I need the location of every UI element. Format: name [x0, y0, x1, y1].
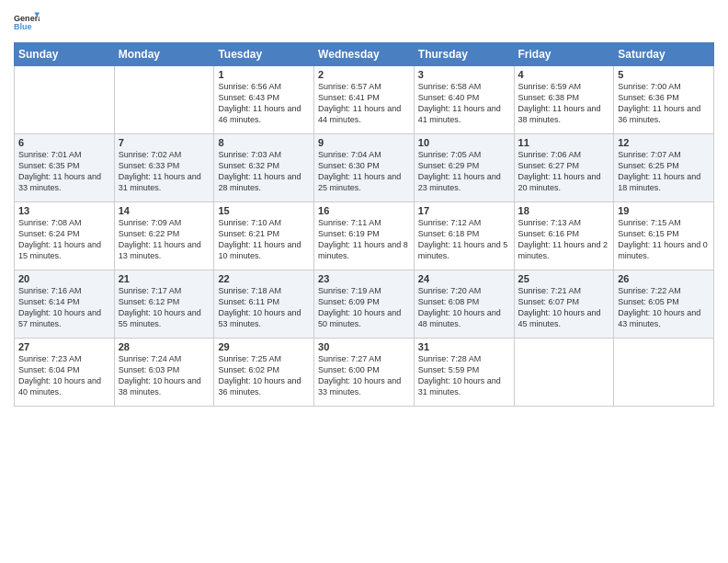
- day-number: 21: [119, 273, 210, 284]
- day-number: 31: [418, 341, 510, 352]
- day-number: 22: [218, 273, 310, 284]
- calendar-cell: 8Sunrise: 7:03 AM Sunset: 6:32 PM Daylig…: [214, 134, 314, 202]
- day-info: Sunrise: 7:19 AM Sunset: 6:09 PM Dayligh…: [318, 285, 410, 330]
- day-info: Sunrise: 7:12 AM Sunset: 6:18 PM Dayligh…: [418, 217, 510, 262]
- day-of-week-header: Sunday: [15, 43, 115, 66]
- calendar-cell: 21Sunrise: 7:17 AM Sunset: 6:12 PM Dayli…: [114, 270, 214, 339]
- calendar-cell: 11Sunrise: 7:06 AM Sunset: 6:27 PM Dayli…: [514, 134, 614, 202]
- day-info: Sunrise: 7:08 AM Sunset: 6:24 PM Dayligh…: [18, 217, 110, 262]
- calendar-cell: 26Sunrise: 7:22 AM Sunset: 6:05 PM Dayli…: [614, 270, 714, 339]
- day-of-week-header: Saturday: [614, 43, 714, 66]
- day-info: Sunrise: 7:23 AM Sunset: 6:04 PM Dayligh…: [18, 353, 110, 398]
- calendar-week-row: 20Sunrise: 7:16 AM Sunset: 6:14 PM Dayli…: [15, 270, 714, 339]
- day-number: 7: [119, 137, 210, 148]
- calendar-cell: 30Sunrise: 7:27 AM Sunset: 6:00 PM Dayli…: [314, 339, 415, 407]
- day-info: Sunrise: 7:09 AM Sunset: 6:22 PM Dayligh…: [119, 217, 210, 262]
- day-info: Sunrise: 7:20 AM Sunset: 6:08 PM Dayligh…: [418, 285, 510, 330]
- calendar-cell: 28Sunrise: 7:24 AM Sunset: 6:03 PM Dayli…: [114, 339, 214, 407]
- day-info: Sunrise: 7:05 AM Sunset: 6:29 PM Dayligh…: [418, 149, 510, 194]
- calendar-cell: [514, 339, 614, 407]
- calendar-cell: 14Sunrise: 7:09 AM Sunset: 6:22 PM Dayli…: [114, 202, 214, 270]
- day-info: Sunrise: 7:04 AM Sunset: 6:30 PM Dayligh…: [318, 149, 410, 194]
- day-info: Sunrise: 6:56 AM Sunset: 6:43 PM Dayligh…: [218, 81, 310, 126]
- day-info: Sunrise: 7:13 AM Sunset: 6:16 PM Dayligh…: [518, 217, 610, 262]
- day-number: 13: [18, 205, 110, 216]
- day-number: 15: [218, 205, 310, 216]
- day-of-week-header: Tuesday: [214, 43, 314, 66]
- day-info: Sunrise: 7:01 AM Sunset: 6:35 PM Dayligh…: [18, 149, 110, 194]
- calendar-cell: 2Sunrise: 6:57 AM Sunset: 6:41 PM Daylig…: [314, 66, 415, 134]
- day-of-week-header: Wednesday: [314, 43, 415, 66]
- logo-icon: General Blue: [14, 9, 40, 35]
- calendar-cell: 1Sunrise: 6:56 AM Sunset: 6:43 PM Daylig…: [214, 66, 314, 134]
- calendar-cell: 18Sunrise: 7:13 AM Sunset: 6:16 PM Dayli…: [514, 202, 614, 270]
- day-info: Sunrise: 7:06 AM Sunset: 6:27 PM Dayligh…: [518, 149, 610, 194]
- day-number: 8: [218, 137, 310, 148]
- day-info: Sunrise: 7:25 AM Sunset: 6:02 PM Dayligh…: [218, 353, 310, 398]
- day-number: 16: [318, 205, 410, 216]
- calendar-cell: 27Sunrise: 7:23 AM Sunset: 6:04 PM Dayli…: [15, 339, 115, 407]
- day-info: Sunrise: 7:16 AM Sunset: 6:14 PM Dayligh…: [18, 285, 110, 330]
- calendar-cell: 6Sunrise: 7:01 AM Sunset: 6:35 PM Daylig…: [15, 134, 115, 202]
- calendar-cell: 20Sunrise: 7:16 AM Sunset: 6:14 PM Dayli…: [15, 270, 115, 339]
- calendar-cell: 15Sunrise: 7:10 AM Sunset: 6:21 PM Dayli…: [214, 202, 314, 270]
- calendar-week-row: 6Sunrise: 7:01 AM Sunset: 6:35 PM Daylig…: [15, 134, 714, 202]
- day-info: Sunrise: 7:28 AM Sunset: 5:59 PM Dayligh…: [418, 353, 510, 398]
- day-number: 28: [119, 341, 210, 352]
- calendar-cell: 22Sunrise: 7:18 AM Sunset: 6:11 PM Dayli…: [214, 270, 314, 339]
- day-of-week-header: Monday: [114, 43, 214, 66]
- day-info: Sunrise: 7:11 AM Sunset: 6:19 PM Dayligh…: [318, 217, 410, 262]
- day-number: 5: [618, 69, 710, 80]
- calendar-header-row: SundayMondayTuesdayWednesdayThursdayFrid…: [15, 43, 714, 66]
- day-info: Sunrise: 7:17 AM Sunset: 6:12 PM Dayligh…: [119, 285, 210, 330]
- page: General Blue SundayMondayTuesdayWednesda…: [0, 0, 728, 563]
- day-number: 6: [18, 137, 110, 148]
- day-number: 9: [318, 137, 410, 148]
- day-number: 1: [218, 69, 310, 80]
- logo: General Blue: [14, 9, 40, 35]
- day-number: 26: [618, 273, 710, 284]
- calendar-cell: 5Sunrise: 7:00 AM Sunset: 6:36 PM Daylig…: [614, 66, 714, 134]
- day-of-week-header: Friday: [514, 43, 614, 66]
- day-info: Sunrise: 7:00 AM Sunset: 6:36 PM Dayligh…: [618, 81, 710, 126]
- calendar-cell: 4Sunrise: 6:59 AM Sunset: 6:38 PM Daylig…: [514, 66, 614, 134]
- calendar-cell: [114, 66, 214, 134]
- calendar-cell: 3Sunrise: 6:58 AM Sunset: 6:40 PM Daylig…: [414, 66, 514, 134]
- svg-text:Blue: Blue: [14, 22, 32, 31]
- day-number: 29: [218, 341, 310, 352]
- day-info: Sunrise: 7:10 AM Sunset: 6:21 PM Dayligh…: [218, 217, 310, 262]
- day-info: Sunrise: 7:18 AM Sunset: 6:11 PM Dayligh…: [218, 285, 310, 330]
- calendar-cell: 9Sunrise: 7:04 AM Sunset: 6:30 PM Daylig…: [314, 134, 415, 202]
- day-info: Sunrise: 7:27 AM Sunset: 6:00 PM Dayligh…: [318, 353, 410, 398]
- day-number: 17: [418, 205, 510, 216]
- calendar-cell: 19Sunrise: 7:15 AM Sunset: 6:15 PM Dayli…: [614, 202, 714, 270]
- calendar-cell: 17Sunrise: 7:12 AM Sunset: 6:18 PM Dayli…: [414, 202, 514, 270]
- day-info: Sunrise: 7:03 AM Sunset: 6:32 PM Dayligh…: [218, 149, 310, 194]
- day-number: 12: [618, 137, 710, 148]
- day-number: 11: [518, 137, 610, 148]
- calendar-cell: 24Sunrise: 7:20 AM Sunset: 6:08 PM Dayli…: [414, 270, 514, 339]
- day-number: 20: [18, 273, 110, 284]
- calendar-week-row: 27Sunrise: 7:23 AM Sunset: 6:04 PM Dayli…: [15, 339, 714, 407]
- calendar-cell: [15, 66, 115, 134]
- day-number: 24: [418, 273, 510, 284]
- day-number: 3: [418, 69, 510, 80]
- calendar-cell: 29Sunrise: 7:25 AM Sunset: 6:02 PM Dayli…: [214, 339, 314, 407]
- calendar-cell: 25Sunrise: 7:21 AM Sunset: 6:07 PM Dayli…: [514, 270, 614, 339]
- calendar-week-row: 1Sunrise: 6:56 AM Sunset: 6:43 PM Daylig…: [15, 66, 714, 134]
- calendar-cell: 13Sunrise: 7:08 AM Sunset: 6:24 PM Dayli…: [15, 202, 115, 270]
- calendar-cell: 10Sunrise: 7:05 AM Sunset: 6:29 PM Dayli…: [414, 134, 514, 202]
- day-number: 19: [618, 205, 710, 216]
- day-number: 4: [518, 69, 610, 80]
- day-number: 25: [518, 273, 610, 284]
- day-number: 10: [418, 137, 510, 148]
- day-number: 27: [18, 341, 110, 352]
- day-info: Sunrise: 6:59 AM Sunset: 6:38 PM Dayligh…: [518, 81, 610, 126]
- day-info: Sunrise: 7:21 AM Sunset: 6:07 PM Dayligh…: [518, 285, 610, 330]
- calendar-cell: 12Sunrise: 7:07 AM Sunset: 6:25 PM Dayli…: [614, 134, 714, 202]
- calendar-cell: 16Sunrise: 7:11 AM Sunset: 6:19 PM Dayli…: [314, 202, 415, 270]
- calendar-cell: [614, 339, 714, 407]
- day-of-week-header: Thursday: [414, 43, 514, 66]
- calendar-cell: 31Sunrise: 7:28 AM Sunset: 5:59 PM Dayli…: [414, 339, 514, 407]
- day-info: Sunrise: 7:22 AM Sunset: 6:05 PM Dayligh…: [618, 285, 710, 330]
